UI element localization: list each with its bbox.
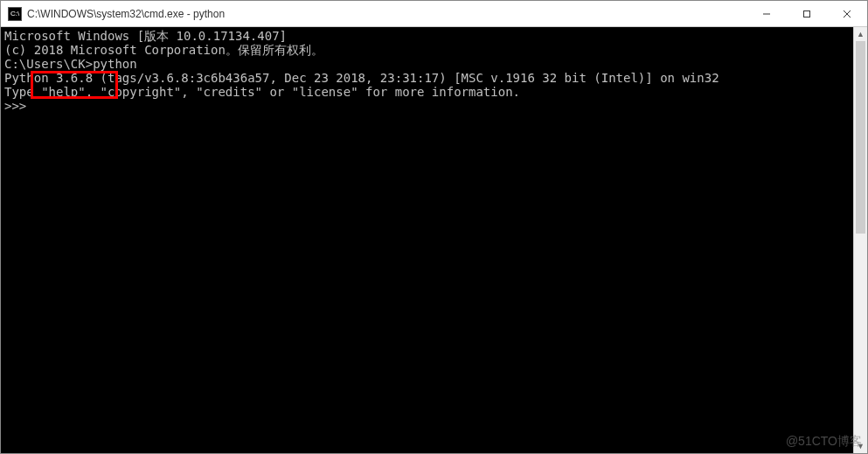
- scroll-thumb[interactable]: [856, 41, 865, 234]
- terminal-line: Microsoft Windows [版本 10.0.17134.407]: [4, 29, 853, 43]
- watermark-text: @51CTO博客: [786, 434, 862, 450]
- svg-rect-1: [804, 10, 810, 17]
- app-icon: C:\: [8, 7, 22, 21]
- command-prompt-window: C:\ C:\WINDOWS\system32\cmd.exe - python…: [0, 0, 868, 454]
- window-title: C:\WINDOWS\system32\cmd.exe - python: [27, 8, 746, 20]
- terminal-line: Python 3.6.8 (tags/v3.6.8:3c6b436a57, De…: [4, 71, 853, 85]
- content-area: Microsoft Windows [版本 10.0.17134.407](c)…: [1, 27, 867, 453]
- maximize-button[interactable]: [787, 1, 827, 26]
- close-button[interactable]: [827, 1, 867, 26]
- scroll-up-arrow-icon[interactable]: ▲: [854, 27, 867, 41]
- terminal-line: (c) 2018 Microsoft Corporation。保留所有权利。: [4, 43, 853, 57]
- window-controls: [746, 1, 867, 26]
- terminal-line: Type "help", "copyright", "credits" or "…: [4, 85, 853, 99]
- minimize-button[interactable]: [746, 1, 787, 26]
- terminal-output[interactable]: Microsoft Windows [版本 10.0.17134.407](c)…: [1, 27, 853, 453]
- scroll-track[interactable]: [854, 41, 867, 439]
- vertical-scrollbar[interactable]: ▲ ▼: [853, 27, 867, 453]
- terminal-line: >>>: [4, 99, 853, 113]
- terminal-line: C:\Users\CK>python: [4, 57, 853, 71]
- titlebar[interactable]: C:\ C:\WINDOWS\system32\cmd.exe - python: [1, 1, 867, 27]
